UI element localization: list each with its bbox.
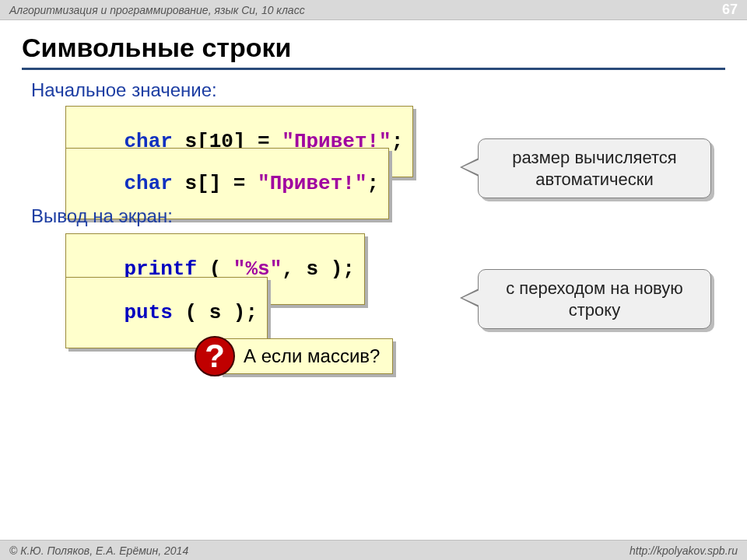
section-output: Вывод на экран:	[31, 205, 173, 227]
subject-text: Алгоритмизация и программирование, язык …	[9, 4, 305, 16]
question-mark-icon: ?	[195, 336, 235, 376]
footer-authors: © К.Ю. Поляков, Е.А. Ерёмин, 2014	[9, 544, 188, 557]
callout-newline: с переходом на новую строку	[478, 269, 711, 329]
header-bar: Алгоритмизация и программирование, язык …	[0, 0, 747, 20]
question-box: ? А если массив?	[195, 336, 393, 376]
section-initial-value: Начальное значение:	[31, 79, 217, 101]
page-number: 67	[707, 2, 738, 18]
footer-url: http://kpolyakov.spb.ru	[630, 544, 738, 557]
question-text: А если массив?	[219, 338, 393, 374]
callout-auto-size: размер вычисляется автоматически	[478, 138, 711, 198]
slide-title: Символьные строки	[22, 33, 725, 70]
footer-bar: © К.Ю. Поляков, Е.А. Ерёмин, 2014 http:/…	[0, 540, 747, 560]
